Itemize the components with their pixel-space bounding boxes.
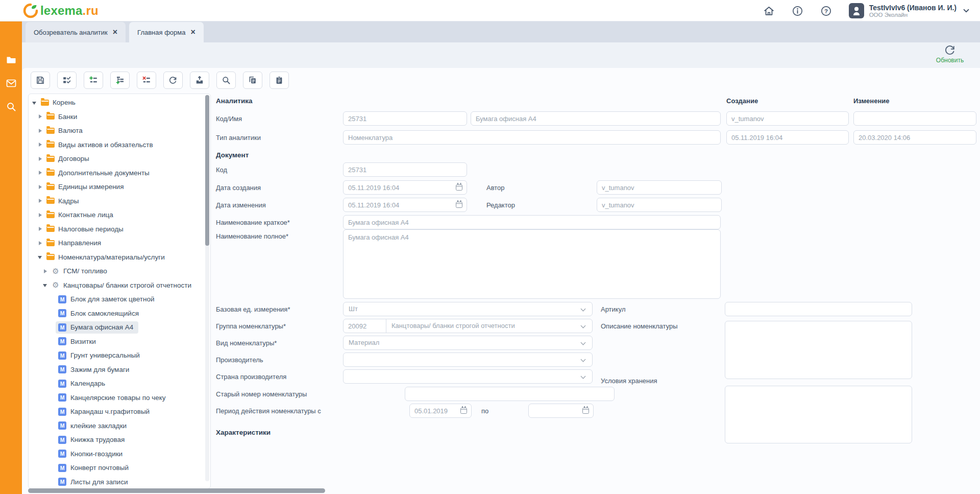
old-number-label: Старый номер номенклатуры	[216, 390, 307, 398]
short-name-label: Наименование краткое*	[216, 219, 290, 226]
base-unit-label: Базовая ед. измерения*	[216, 305, 290, 313]
content-strip: Обновить	[22, 42, 980, 68]
chevron-down-icon	[962, 6, 971, 15]
user-menu[interactable]: TestIvIvIv6 (Иванов И. И.) ООО Эколайн	[849, 3, 971, 18]
home-icon	[763, 5, 775, 17]
tab-label: Обозреватель аналитик	[34, 29, 108, 36]
calendar-icon[interactable]	[582, 408, 589, 414]
chevron-down-icon	[581, 323, 586, 328]
article-input[interactable]	[725, 302, 912, 316]
kind-label: Вид номенклатуры*	[216, 339, 277, 347]
tab-close-icon[interactable]: ×	[191, 28, 195, 36]
modified-at-input[interactable]	[853, 130, 976, 145]
storage-label: Условия хранения	[601, 377, 657, 385]
section-title-document: Документ	[216, 151, 249, 159]
horizontal-scrollbar[interactable]	[28, 488, 325, 493]
base-unit-select[interactable]: Шт	[343, 302, 593, 316]
tab-close-icon[interactable]: ×	[113, 28, 117, 36]
mail-icon	[6, 78, 17, 89]
form-panel: Аналитика Создание Изменение Код/Имя Тип…	[22, 68, 980, 494]
tab-bar: Обозреватель аналитик × Главная форма ×	[22, 21, 980, 42]
doc-code-input[interactable]	[343, 162, 467, 177]
description-label: Описание номенклатуры	[601, 322, 678, 330]
rail-search-button[interactable]	[0, 95, 22, 119]
period-to-input[interactable]	[529, 407, 582, 415]
rail-mail-button[interactable]	[0, 72, 22, 95]
period-from-field[interactable]	[409, 404, 472, 418]
manufacturer-label: Производитель	[216, 356, 263, 364]
user-name: TestIvIvIv6 (Иванов И. И.)	[869, 4, 957, 12]
user-text: TestIvIvIv6 (Иванов И. И.) ООО Эколайн	[869, 4, 957, 18]
header-actions: ? TestIvIvIv6 (Иванов И. И.) ООО Эколайн	[763, 0, 971, 21]
date-created-input[interactable]	[344, 184, 456, 192]
refresh-icon	[944, 44, 956, 56]
calendar-icon[interactable]	[456, 202, 462, 208]
column-header-modified: Изменение	[853, 97, 889, 105]
section-title-characteristics: Характеристики	[216, 429, 271, 436]
column-header-created: Создание	[726, 97, 758, 105]
section-title-analytics: Аналитика	[216, 97, 252, 105]
search-icon	[6, 101, 17, 112]
help-button[interactable]: ?	[820, 5, 832, 17]
kind-select[interactable]: Материал	[343, 336, 593, 350]
description-textarea[interactable]	[725, 321, 912, 379]
svg-text:?: ?	[824, 8, 828, 14]
top-header: lexema.ru ?	[0, 0, 980, 21]
group-label: Группа номенклатуры*	[216, 322, 286, 330]
author-input[interactable]	[597, 180, 722, 195]
article-label: Артикул	[601, 305, 625, 313]
period-to-label: по	[481, 407, 488, 415]
tab-analytics-explorer[interactable]: Обозреватель аналитик ×	[26, 22, 126, 42]
app-root: lexema.ru ?	[0, 0, 980, 494]
analytics-name-input[interactable]	[471, 111, 721, 126]
storage-textarea[interactable]	[725, 386, 912, 443]
code-name-label: Код/Имя	[216, 115, 242, 123]
chevron-down-icon	[581, 357, 586, 362]
group-code: 20092	[344, 319, 386, 333]
modified-by-input[interactable]	[853, 111, 976, 126]
country-select[interactable]	[343, 369, 593, 384]
period-from-input[interactable]	[410, 407, 460, 415]
short-name-input[interactable]	[343, 215, 721, 229]
select-value: Шт	[344, 302, 358, 316]
analytics-type-input[interactable]	[343, 130, 721, 145]
info-icon	[792, 5, 803, 17]
refresh-label: Обновить	[936, 57, 964, 64]
manufacturer-select[interactable]	[343, 352, 593, 367]
full-name-label: Наименование полное*	[216, 232, 288, 240]
chevron-down-icon	[581, 340, 586, 345]
calendar-icon[interactable]	[460, 408, 467, 414]
calendar-icon[interactable]	[456, 184, 462, 191]
analytics-type-label: Тип аналитики	[216, 134, 261, 142]
date-modified-field[interactable]	[343, 198, 467, 212]
group-select[interactable]: 20092 Канцтовары/ бланки строгой отчетно…	[343, 319, 593, 333]
app-logo[interactable]: lexema.ru	[23, 3, 99, 18]
help-icon: ?	[820, 5, 832, 17]
analytics-code-input[interactable]	[343, 111, 467, 126]
period-to-field[interactable]	[528, 404, 594, 418]
logo-icon	[23, 3, 38, 18]
created-by-input[interactable]	[726, 111, 849, 126]
date-modified-input[interactable]	[344, 201, 456, 209]
tab-main-form[interactable]: Главная форма ×	[129, 22, 204, 42]
editor-label: Редактор	[486, 201, 515, 209]
old-number-input[interactable]	[405, 387, 615, 401]
created-at-input[interactable]	[726, 130, 849, 145]
author-label: Автор	[486, 184, 505, 192]
full-name-textarea[interactable]: Бумага офисная А4	[343, 229, 721, 299]
left-rail	[0, 21, 22, 494]
home-button[interactable]	[763, 5, 775, 17]
user-org: ООО Эколайн	[869, 12, 957, 18]
editor-input[interactable]	[597, 198, 722, 212]
country-label: Страна производителя	[216, 373, 286, 381]
period-label: Период действия номенклатуры с	[216, 407, 321, 415]
chevron-down-icon	[581, 374, 586, 379]
doc-code-label: Код	[216, 166, 227, 174]
date-created-field[interactable]	[343, 180, 467, 195]
avatar	[849, 3, 864, 18]
refresh-button[interactable]: Обновить	[930, 44, 970, 64]
rail-folder-button[interactable]	[0, 48, 22, 72]
date-created-label: Дата создания	[216, 184, 261, 192]
main-card: Корень Банки Валюта Виды активов и обяза…	[22, 68, 980, 494]
info-button[interactable]	[792, 5, 804, 17]
